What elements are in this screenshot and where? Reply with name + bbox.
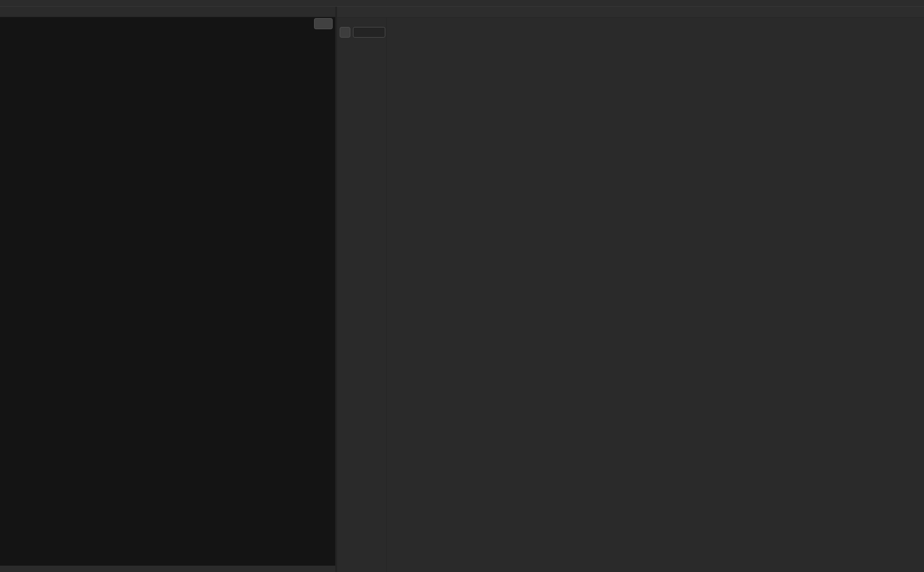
dock-tab-strip [0, 565, 335, 572]
menu-bar [0, 0, 924, 7]
filter-input[interactable] [353, 27, 385, 38]
float-panel-icon[interactable] [318, 7, 325, 17]
benchmark-sidebar: ⚙ [337, 18, 387, 572]
output-panel-title [0, 7, 335, 17]
benchmarker-panel: ⚙ [337, 7, 924, 572]
studio-window: ⚙ [0, 0, 924, 572]
histogram-chart [484, 24, 924, 442]
close-icon[interactable] [326, 7, 333, 17]
document-tab-bar [337, 7, 924, 18]
clear-output-button[interactable] [314, 18, 333, 29]
chevron-down-icon[interactable] [310, 7, 317, 17]
output-console[interactable] [0, 17, 335, 565]
output-panel [0, 7, 335, 572]
output-panel-header [0, 7, 335, 17]
add-benchmark-button[interactable] [340, 27, 350, 38]
